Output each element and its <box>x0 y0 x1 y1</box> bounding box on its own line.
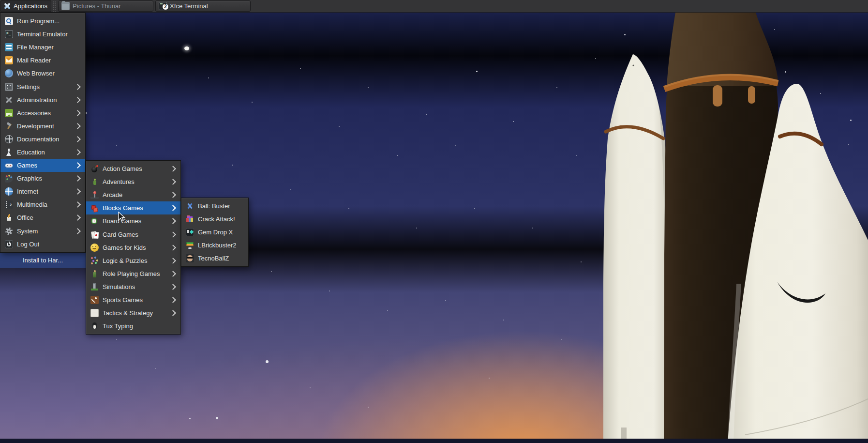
chevron-right-icon <box>75 84 81 90</box>
menu-item-log-out[interactable]: Log Out <box>0 238 85 251</box>
moon <box>184 46 189 50</box>
menu-item-file-manager[interactable]: File Manager <box>0 41 85 54</box>
menu-item-accessories[interactable]: Accessories <box>0 107 85 120</box>
chevron-right-icon <box>75 110 81 116</box>
blocks-item-tecnoballz[interactable]: TecnoBallZ <box>181 252 248 265</box>
menu-item-system[interactable]: System <box>0 225 85 238</box>
submenu-item-blocks-games[interactable]: Blocks Games <box>86 201 180 214</box>
gem-drop-x-icon <box>186 228 194 236</box>
chevron-right-icon <box>170 310 176 316</box>
window-button-pictures-thunar[interactable]: Pictures - Thunar <box>58 0 153 12</box>
menu-item-label: Tactics & Strategy <box>103 309 153 317</box>
chevron-right-icon <box>170 297 176 303</box>
star <box>310 387 311 388</box>
star <box>595 58 596 59</box>
submenu-item-sports-games[interactable]: Sports Games <box>86 293 180 306</box>
games-submenu: Action GamesAdventuresArcadeBlocks Games… <box>86 160 181 335</box>
menu-item-graphics[interactable]: Graphics <box>0 172 85 185</box>
blocks-games-icon <box>90 204 99 212</box>
chevron-right-icon <box>170 284 176 290</box>
submenu-item-action-games[interactable]: Action Games <box>86 162 180 175</box>
menu-item-label: Gem Drop X <box>198 229 233 236</box>
blocks-item-gem-drop-x[interactable]: Gem Drop X <box>181 226 248 239</box>
menu-item-label: Adventures <box>103 178 135 185</box>
system-icon <box>5 227 13 235</box>
menu-item-administration[interactable]: Administration <box>0 93 85 107</box>
arcade-icon <box>90 191 99 199</box>
menu-item-education[interactable]: Education <box>0 146 85 159</box>
chevron-right-icon <box>170 166 176 172</box>
horizon-strip <box>0 439 868 443</box>
folder-icon <box>61 2 70 10</box>
applications-label: Applications <box>14 2 47 10</box>
star <box>387 310 388 311</box>
chevron-right-icon <box>170 179 176 185</box>
submenu-item-arcade[interactable]: Arcade <box>86 188 180 201</box>
lbrickbuster2-icon <box>186 241 194 249</box>
blocks-item-lbrickbuster2[interactable]: LBrickbuster2 <box>181 239 248 252</box>
submenu-item-adventures[interactable]: Adventures <box>86 175 180 188</box>
chevron-right-icon <box>75 188 81 195</box>
star <box>339 126 340 127</box>
menu-item-development[interactable]: Development <box>0 120 85 133</box>
submenu-item-board-games[interactable]: Board Games <box>86 214 180 228</box>
applications-menu: Run Program...Terminal EmulatorFile Mana… <box>0 13 86 253</box>
window-button-xfce-terminal[interactable]: 2Xfce Terminal <box>155 0 251 12</box>
chevron-right-icon <box>75 215 81 221</box>
star <box>576 155 577 156</box>
submenu-item-tux-typing[interactable]: Tux Typing <box>86 320 180 333</box>
menu-item-documentation[interactable]: Documentation <box>0 133 85 146</box>
tecnoballz-icon <box>186 254 194 262</box>
submenu-item-role-playing-games[interactable]: Role Playing Games <box>86 267 180 280</box>
logic-puzzles-icon <box>90 257 99 265</box>
rocket-wallpaper-illustration <box>600 13 868 443</box>
submenu-item-games-for-kids[interactable]: Games for Kids <box>86 241 180 254</box>
menu-item-label: Blocks Games <box>103 204 143 212</box>
window-button-label: Pictures - Thunar <box>73 2 120 10</box>
tactics-strategy-icon <box>90 309 99 317</box>
graphics-icon <box>5 174 13 183</box>
notification-badge: 2 <box>162 3 169 10</box>
menu-item-internet[interactable]: Internet <box>0 185 85 198</box>
star <box>581 261 582 262</box>
menu-item-label: Crack Attack! <box>198 215 235 223</box>
menu-item-label: Terminal Emulator <box>17 31 68 38</box>
star <box>476 71 478 72</box>
menu-item-office[interactable]: Office <box>0 211 85 224</box>
menu-item-terminal-emulator[interactable]: Terminal Emulator <box>0 28 85 41</box>
internet-icon <box>5 187 13 196</box>
menu-item-label: File Manager <box>17 44 54 51</box>
panel-handle[interactable] <box>52 1 56 12</box>
applications-button[interactable]: Applications <box>0 0 51 12</box>
menu-item-label: Graphics <box>17 175 42 182</box>
star <box>561 339 562 340</box>
menu-item-label: Development <box>17 122 54 130</box>
submenu-item-card-games[interactable]: Card Games <box>86 228 180 241</box>
submenu-item-simulations[interactable]: Simulations <box>86 280 180 293</box>
menu-item-multimedia[interactable]: Multimedia <box>0 198 85 211</box>
menu-item-label: Role Playing Games <box>103 270 160 277</box>
blocks-item-ball-buster[interactable]: Ball: Buster <box>181 199 248 213</box>
menu-item-label: TecnoBallZ <box>198 255 229 262</box>
blocks-games-submenu: Ball: BusterCrack Attack!Gem Drop XLBric… <box>181 198 249 267</box>
menu-item-mail-reader[interactable]: Mail Reader <box>0 54 85 67</box>
menu-item-settings[interactable]: Settings <box>0 80 85 93</box>
crack-attack-icon <box>186 215 194 223</box>
desktop-icon-label[interactable]: Install to Har... <box>0 253 86 268</box>
games-for-kids-icon <box>90 244 99 252</box>
simulations-icon <box>90 283 99 291</box>
chevron-right-icon <box>170 231 176 238</box>
blocks-item-crack-attack[interactable]: Crack Attack! <box>181 213 248 226</box>
terminal-emulator-icon <box>5 30 13 38</box>
menu-item-label: Sports Games <box>103 296 143 304</box>
menu-item-label: Simulations <box>103 283 135 290</box>
menu-item-web-browser[interactable]: Web Browser <box>0 67 85 80</box>
window-button-area: Pictures - Thunar2Xfce Terminal <box>57 0 252 12</box>
menu-item-games[interactable]: Games <box>0 159 85 172</box>
submenu-item-logic-puzzles[interactable]: Logic & Puzzles <box>86 254 180 267</box>
submenu-item-tactics-strategy[interactable]: Tactics & Strategy <box>86 306 180 320</box>
menu-item-run-program[interactable]: Run Program... <box>0 15 85 28</box>
menu-item-label: System <box>17 228 38 235</box>
games-icon <box>5 161 13 169</box>
multimedia-icon <box>5 200 13 209</box>
